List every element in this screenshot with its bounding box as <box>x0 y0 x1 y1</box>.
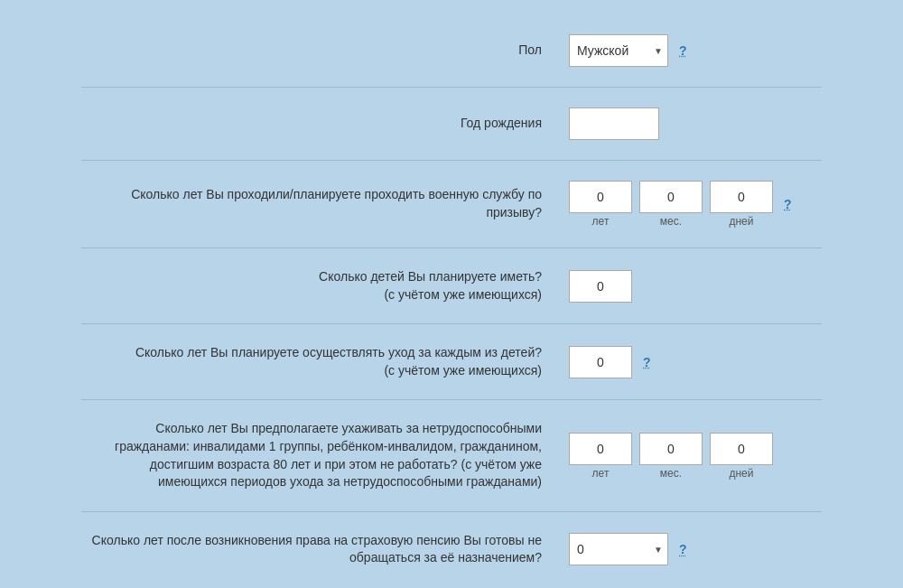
disabled-days-input[interactable] <box>710 433 773 465</box>
row-gender: Пол Мужской Женский ▼ ? <box>81 18 822 83</box>
military-months-group: мес. <box>639 181 703 228</box>
help-military[interactable]: ? <box>784 197 792 211</box>
disabled-months-label: мес. <box>660 467 682 480</box>
label-birth-year: Год рождения <box>81 115 569 133</box>
label-disabled-care: Сколько лет Вы предполагаете ухаживать з… <box>81 420 569 490</box>
pension-delay-select[interactable]: 0 1 2 3 4 5 6 7 8 9 10 <box>569 533 668 565</box>
military-days-input[interactable] <box>710 181 773 213</box>
military-months-input[interactable] <box>639 181 703 213</box>
military-months-label: мес. <box>660 215 682 228</box>
help-children-care[interactable]: ? <box>643 355 651 369</box>
row-children-count: Сколько детей Вы планируете иметь?(с учё… <box>81 252 822 320</box>
control-military: лет мес. дней ? <box>569 181 822 228</box>
gender-select-wrapper[interactable]: Мужской Женский ▼ <box>569 34 668 67</box>
control-gender: Мужской Женский ▼ ? <box>569 34 822 67</box>
children-care-input[interactable] <box>569 346 632 378</box>
disabled-years-label: лет <box>592 467 610 480</box>
disabled-months-input[interactable] <box>639 433 703 465</box>
control-disabled-care: лет мес. дней <box>569 433 822 480</box>
children-count-input[interactable] <box>569 270 632 303</box>
help-pension-delay[interactable]: ? <box>679 542 687 556</box>
gender-select[interactable]: Мужской Женский <box>569 34 668 67</box>
military-days-group: дней <box>710 181 773 228</box>
disabled-months-group: мес. <box>639 433 703 480</box>
control-children-care: ? <box>569 346 822 378</box>
military-days-label: дней <box>729 215 753 228</box>
military-years-input[interactable] <box>569 181 632 213</box>
row-pension-delay: Сколько лет после возникновения права на… <box>81 516 822 583</box>
row-disabled-care: Сколько лет Вы предполагаете ухаживать з… <box>81 404 822 507</box>
form-container: Пол Мужской Женский ▼ ? Год рождения Ско… <box>45 0 858 588</box>
disabled-years-input[interactable] <box>569 433 632 465</box>
disabled-years-group: лет <box>569 433 632 480</box>
control-children-count <box>569 270 822 303</box>
military-years-group: лет <box>569 181 632 228</box>
row-children-care: Сколько лет Вы планируете осуществлять у… <box>81 328 822 396</box>
label-children-count: Сколько детей Вы планируете иметь?(с учё… <box>81 268 569 303</box>
row-military: Сколько лет Вы проходили/планируете прох… <box>81 164 822 244</box>
label-children-care: Сколько лет Вы планируете осуществлять у… <box>81 344 569 379</box>
label-pension-delay: Сколько лет после возникновения права на… <box>81 532 569 567</box>
help-gender[interactable]: ? <box>679 43 687 58</box>
disabled-days-group: дней <box>710 433 773 480</box>
label-military: Сколько лет Вы проходили/планируете прох… <box>81 186 569 221</box>
row-birth-year: Год рождения <box>81 91 822 156</box>
birth-year-input[interactable] <box>569 107 659 140</box>
pension-delay-select-wrapper[interactable]: 0 1 2 3 4 5 6 7 8 9 10 ▼ <box>569 533 668 565</box>
label-gender: Пол <box>81 42 569 60</box>
control-pension-delay: 0 1 2 3 4 5 6 7 8 9 10 ▼ ? <box>569 533 822 565</box>
disabled-days-label: дней <box>729 467 753 480</box>
military-years-label: лет <box>592 215 610 228</box>
control-birth-year <box>569 107 822 140</box>
